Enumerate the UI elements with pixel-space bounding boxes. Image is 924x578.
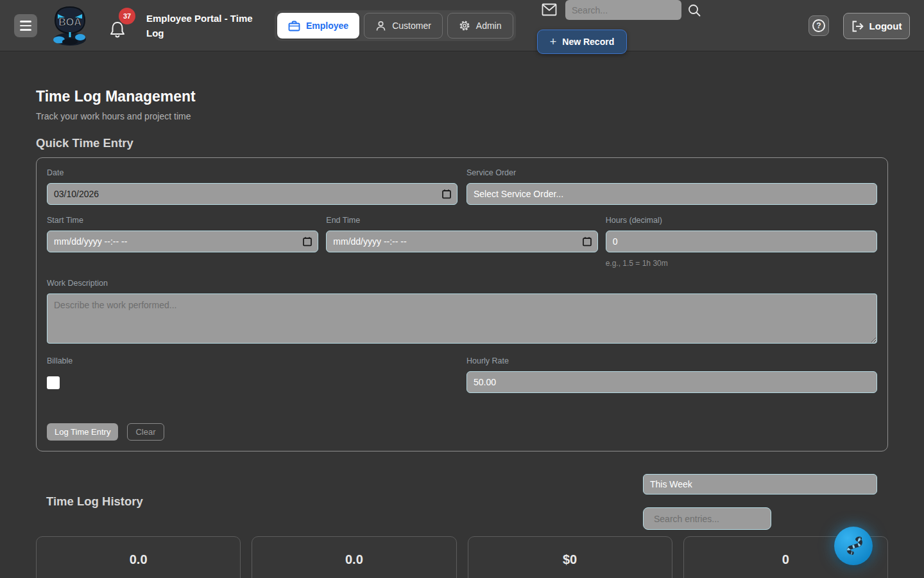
hamburger-icon [20, 21, 31, 22]
global-search-input[interactable] [565, 0, 681, 20]
history-stats: 0.0 0.0 $0 0 [36, 536, 888, 578]
new-record-label: New Record [562, 37, 614, 47]
work-description-textarea[interactable] [47, 293, 877, 344]
stat-card: 0.0 [252, 536, 456, 578]
stat-value: 0.0 [345, 552, 363, 566]
hours-label: Hours (decimal) [606, 216, 877, 225]
tab-employee-label: Employee [306, 21, 348, 31]
hours-field-group: Hours (decimal) e.g., 1.5 = 1h 30m [606, 216, 877, 268]
boa-snake-logo-icon: BOA [51, 4, 89, 48]
search-submit-button[interactable] [687, 3, 701, 17]
date-field-group: Date 03/10/2026 [47, 168, 458, 205]
end-time-field-group: End Time mm/dd/yyyy --:-- -- [326, 216, 597, 268]
stat-value: 0 [782, 552, 789, 566]
start-time-placeholder: mm/dd/yyyy --:-- -- [54, 236, 127, 247]
tab-customer[interactable]: Customer [364, 13, 443, 39]
calendar-icon[interactable] [303, 237, 312, 247]
service-order-select[interactable]: Select Service Order... [466, 183, 877, 205]
hours-input[interactable] [606, 231, 877, 252]
stat-card: $0 [468, 536, 672, 578]
history-filter-select[interactable]: This Week [643, 474, 877, 495]
page-subtitle: Track your work hours and project time [36, 111, 888, 121]
start-time-input[interactable]: mm/dd/yyyy --:-- -- [47, 231, 318, 252]
clear-button[interactable]: Clear [127, 423, 164, 441]
person-icon [375, 21, 386, 31]
mail-icon [542, 3, 557, 16]
start-time-field-group: Start Time mm/dd/yyyy --:-- -- [47, 216, 318, 268]
main-content: Time Log Management Track your work hour… [0, 51, 924, 578]
boa-assistant-fab[interactable] [834, 527, 873, 565]
date-value: 03/10/2026 [54, 189, 99, 199]
end-time-label: End Time [326, 216, 597, 225]
service-order-value: Select Service Order... [474, 189, 563, 199]
notifications-button[interactable]: 37 [108, 15, 137, 45]
gear-icon [459, 20, 470, 31]
service-order-label: Service Order [466, 168, 877, 177]
logout-icon [851, 21, 864, 32]
notification-badge: 37 [119, 8, 135, 24]
logout-button[interactable]: Logout [843, 13, 910, 39]
tab-customer-label: Customer [392, 21, 431, 31]
history-heading: Time Log History [46, 495, 143, 509]
billable-label: Billable [47, 356, 458, 365]
date-label: Date [47, 168, 458, 177]
hourly-rate-label: Hourly Rate [466, 356, 877, 365]
briefcase-icon [288, 21, 300, 31]
app-title: Employee Portal - Time Log [146, 11, 267, 40]
stat-value: $0 [563, 552, 577, 566]
help-button[interactable]: ? [809, 15, 829, 36]
history-filter-value: This Week [650, 479, 692, 489]
end-time-placeholder: mm/dd/yyyy --:-- -- [333, 236, 406, 247]
hamburger-menu-button[interactable] [14, 14, 37, 37]
logout-label: Logout [869, 21, 902, 31]
history-search-input[interactable] [643, 507, 771, 530]
boa-logo: BOA [51, 4, 89, 48]
tab-admin[interactable]: Admin [447, 13, 513, 39]
mail-button[interactable] [542, 3, 557, 16]
description-label: Work Description [47, 279, 877, 288]
stat-value: 0.0 [130, 552, 148, 566]
hourly-rate-input[interactable] [466, 371, 877, 393]
start-time-label: Start Time [47, 216, 318, 225]
svg-text:BOA: BOA [58, 17, 81, 28]
new-record-button[interactable]: + New Record [537, 30, 627, 54]
date-input[interactable]: 03/10/2026 [47, 183, 458, 205]
calendar-icon[interactable] [442, 189, 451, 199]
page-title: Time Log Management [36, 88, 888, 105]
hourly-rate-field-group: Hourly Rate [466, 356, 877, 393]
app-header: BOA 37 Employee Portal - Time Log Employ… [0, 0, 924, 51]
hours-hint: e.g., 1.5 = 1h 30m [606, 259, 877, 268]
log-time-entry-button[interactable]: Log Time Entry [47, 423, 118, 441]
help-icon: ? [812, 19, 825, 32]
plus-icon: + [550, 36, 557, 48]
billable-field-group: Billable [47, 356, 458, 393]
billable-checkbox[interactable] [47, 376, 60, 389]
snake-icon [839, 532, 868, 560]
form-actions: Log Time Entry Clear [47, 423, 877, 441]
calendar-icon[interactable] [583, 237, 592, 247]
history-section: Time Log History This Week [36, 451, 888, 536]
quick-entry-heading: Quick Time Entry [36, 136, 888, 150]
search-icon [687, 3, 701, 17]
tab-employee[interactable]: Employee [277, 13, 359, 39]
end-time-input[interactable]: mm/dd/yyyy --:-- -- [326, 231, 597, 252]
description-field-group: Work Description [47, 279, 877, 346]
stat-card: 0.0 [36, 536, 241, 578]
portal-tab-group: Employee Customer Admin [275, 10, 516, 41]
service-order-field-group: Service Order Select Service Order... [466, 168, 877, 205]
quick-entry-form: Date 03/10/2026 Service Order Select S [36, 157, 888, 451]
tab-admin-label: Admin [476, 21, 502, 31]
